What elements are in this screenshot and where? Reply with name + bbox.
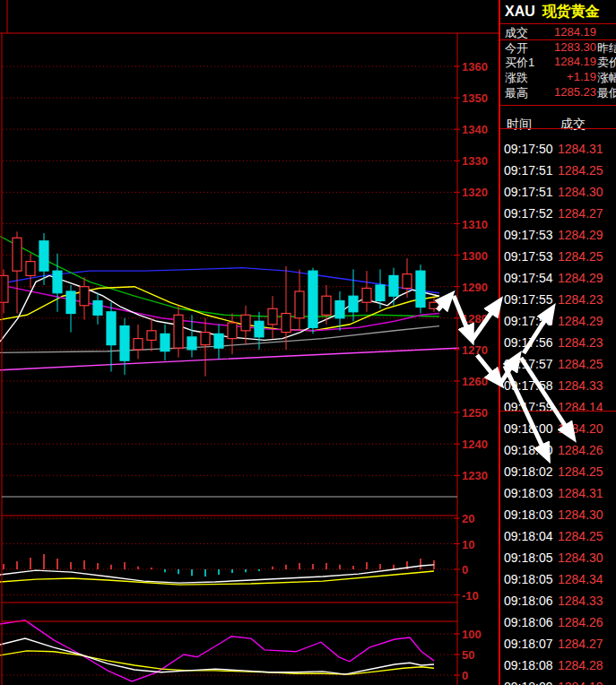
quote-label: 最高 — [505, 85, 528, 101]
quote-value: 1284.19 — [527, 25, 596, 39]
quote-value: 1283.30 — [527, 40, 596, 54]
quote-label2: 卖价1 — [597, 55, 616, 71]
tick-price: 1284.27 — [558, 637, 603, 651]
divider — [500, 105, 616, 106]
divider — [500, 23, 616, 24]
axis-label: 10 — [462, 538, 474, 551]
tick-time: 09:17:54 — [504, 271, 553, 285]
axis-label: 1340 — [462, 123, 488, 136]
tick-time: 09:17:51 — [504, 163, 553, 178]
quote-value: 1285.23 — [527, 85, 596, 99]
tick-price: 1284.25 — [558, 163, 603, 178]
tick-price: 1284.25 — [558, 249, 603, 264]
axis-label: 1290 — [462, 281, 488, 294]
axis-label: 1230 — [462, 469, 488, 482]
axis-label: 1280 — [462, 312, 488, 325]
tick-time: 09:18:06 — [504, 594, 553, 608]
tick-time: 09:18:00 — [504, 421, 553, 436]
axis-label: 100 — [462, 628, 482, 641]
tick-time: 09:18:05 — [504, 572, 553, 586]
instrument-title: XAU现货黄金 — [505, 3, 600, 22]
tick-price: 1284.31 — [558, 486, 603, 500]
tick-price: 1284.30 — [558, 551, 603, 565]
quote-value: 1284.19 — [527, 55, 596, 68]
axis-label: -10 — [462, 589, 479, 603]
tick-time: 09:17:53 — [504, 228, 553, 242]
tick-time: 09:18:00 — [504, 443, 553, 457]
tick-time: 09:17:51 — [504, 185, 553, 199]
tick-time: 09:17:59 — [504, 400, 553, 414]
quote-row-2: 今开1283.30昨结 — [500, 40, 616, 55]
axis-label: 0 — [462, 563, 468, 577]
col-time-header: 时间 — [507, 117, 532, 133]
tick-time: 09:18:06 — [504, 615, 553, 629]
tick-price: 1284.33 — [558, 594, 603, 608]
tick-price: 1284.23 — [558, 292, 603, 307]
tick-time: 09:17:50 — [504, 142, 553, 156]
axis-label: 50 — [462, 648, 474, 662]
axis-label: 1330 — [462, 154, 488, 168]
axis-label: 1320 — [462, 186, 488, 199]
tick-time: 09:17:56 — [504, 335, 553, 350]
tick-time: 09:17:58 — [504, 378, 553, 393]
col-price-header: 成交 — [560, 117, 586, 133]
tick-time: 09:18:03 — [504, 507, 553, 522]
annotation-arrow-icon — [472, 301, 499, 341]
tick-price: 1284.27 — [558, 206, 603, 221]
quote-label: 成交 — [505, 25, 528, 41]
tick-price: 1284.29 — [558, 228, 603, 242]
kdj-panel-area[interactable] — [2, 621, 457, 685]
tick-time: 09:17:53 — [504, 249, 553, 264]
tick-time: 09:18:09 — [504, 680, 553, 685]
tick-time: 09:18:03 — [504, 486, 553, 500]
axis-label: 0 — [462, 669, 468, 682]
quote-value: +1.19 — [527, 70, 596, 83]
quote-row-5: 最高1285.23最低 — [500, 85, 616, 100]
tick-price: 1284.31 — [558, 142, 603, 156]
minute-separator — [500, 411, 616, 412]
tick-price: 1284.29 — [558, 271, 603, 285]
tick-time: 09:17:56 — [504, 314, 553, 328]
tick-price: 1284.25 — [558, 529, 603, 543]
quote-label: 涨跌 — [505, 70, 528, 86]
divider — [500, 128, 616, 129]
instrument-name: 现货黄金 — [542, 4, 600, 19]
tick-price: 1284.23 — [558, 335, 603, 350]
tick-price: 1284.25 — [558, 464, 603, 479]
tick-time: 09:17:55 — [504, 292, 553, 307]
annotation-arrow-icon — [477, 355, 500, 384]
axis-label: 1240 — [462, 438, 488, 451]
tick-price: 1284.34 — [558, 572, 603, 586]
tick-time: 09:18:02 — [504, 464, 553, 479]
tick-price: 1284.30 — [558, 507, 603, 522]
tick-time: 09:17:52 — [504, 206, 553, 221]
tick-price: 1284.20 — [558, 421, 603, 436]
axis-label: 20 — [462, 512, 474, 525]
quote-label2: 最低 — [597, 85, 616, 101]
tick-price: 1284.29 — [558, 314, 603, 328]
macd-panel-area[interactable] — [2, 516, 457, 603]
axis-label: 1310 — [462, 218, 488, 231]
tick-time: 09:17:57 — [504, 357, 553, 371]
tick-price: 1284.28 — [558, 658, 603, 672]
axis-label: 1250 — [462, 406, 488, 420]
tick-price: 1284.25 — [558, 357, 603, 371]
tick-time: 09:18:05 — [504, 551, 553, 565]
axis-label: 1270 — [462, 343, 488, 357]
quote-row-3: 买价11284.19卖价1 — [500, 55, 616, 69]
candlestick-chart-area[interactable] — [2, 33, 457, 516]
tick-time: 09:18:04 — [504, 529, 553, 543]
instrument-symbol: XAU — [505, 4, 535, 19]
tick-price: 1284.26 — [558, 615, 603, 629]
tick-price: 1284.14 — [558, 400, 603, 414]
axis-label: 1260 — [462, 375, 488, 388]
trading-terminal: XAU现货黄金 成交1284.19今开1283.30昨结买价11284.19卖价… — [0, 0, 616, 685]
quote-row-4: 涨跌+1.19涨幅 — [500, 70, 616, 84]
quote-panel: XAU现货黄金 成交1284.19今开1283.30昨结买价11284.19卖价… — [500, 0, 616, 685]
tick-time: 09:18:07 — [504, 637, 553, 651]
tick-time: 09:18:08 — [504, 658, 553, 672]
axis-label: 1350 — [462, 91, 488, 105]
quote-label2: 涨幅 — [597, 70, 616, 86]
tick-price: 1284.30 — [558, 185, 603, 199]
tick-price: 1284.26 — [558, 443, 603, 457]
